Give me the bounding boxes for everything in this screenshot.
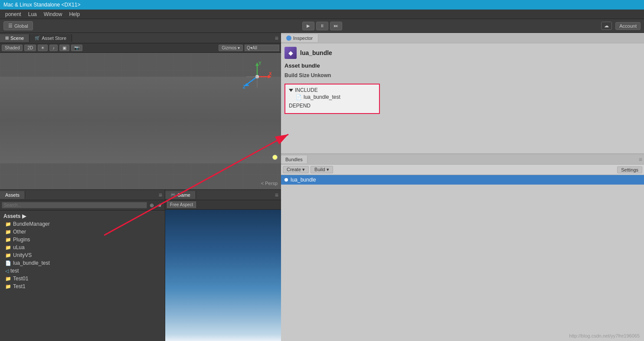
right-panel: Inspector ◆ lua_bundle Asset bundle Buil… [281, 33, 644, 341]
folder-icon: 📁 [5, 221, 11, 227]
assets-tab-bar: Assets ≡ [0, 190, 165, 200]
2d-button[interactable]: 2D [24, 45, 36, 51]
inspector-content: ◆ lua_bundle Asset bundle Build Size Unk… [281, 43, 644, 117]
menu-lua[interactable]: Lua [25, 10, 40, 18]
tab-assets[interactable]: Assets [0, 191, 25, 199]
scene-panel-menu[interactable]: ≡ [272, 35, 281, 42]
build-button[interactable]: Build ▾ [311, 166, 333, 173]
menu-window[interactable]: Window [40, 10, 66, 18]
assets-toolbar: ⊕ ★ [0, 200, 165, 211]
aspect-button[interactable]: Free Aspect [167, 201, 196, 208]
asset-item-plugins[interactable]: 📁 Plugins [2, 236, 163, 244]
scene-search-input[interactable] [245, 45, 279, 51]
scene-tab-icon: ⊞ [5, 36, 9, 40]
layers-icon: ☰ [8, 23, 13, 29]
play-button[interactable]: ▶ [302, 22, 314, 30]
gizmos-button[interactable]: Gizmos ▾ [219, 45, 243, 51]
assets-search-input[interactable] [2, 202, 147, 208]
folder-icon: 📁 [5, 284, 11, 289]
gameobj-icon: ◁ [5, 268, 9, 274]
game-tab-icon: 🎮 [170, 192, 176, 197]
svg-text:X: X [269, 71, 272, 76]
file-icon: 📄 [5, 260, 11, 266]
inspector-tab-icon [286, 36, 291, 41]
folder-icon: 📁 [5, 229, 11, 235]
tab-inspector[interactable]: Inspector [281, 34, 318, 42]
shaded-button[interactable]: Shaded [2, 45, 23, 51]
asset-item-test[interactable]: ◁ test [2, 267, 163, 275]
asset-item-test1[interactable]: 📁 Test1 [2, 283, 163, 290]
tab-game[interactable]: 🎮 Game [165, 191, 196, 199]
tab-bundles[interactable]: Bundles [281, 156, 307, 163]
main-layout: ⊞ Scene 🛒 Asset Store ≡ Shaded 2D ☀ ♪ ▣ … [0, 33, 644, 341]
toolbar-right: ☁ Account [601, 22, 641, 30]
assets-content: Assets ▶ 📁 BundleManager 📁 Other 📁 Plugi… [0, 211, 165, 341]
step-button[interactable]: ⏭ [330, 22, 342, 30]
account-button[interactable]: Account [615, 22, 641, 30]
inspector-include-box: INCLUDE 📄 lua_bundle_test DEPEND [284, 84, 380, 114]
inspector-header: ◆ lua_bundle [284, 47, 641, 59]
game-toolbar: Free Aspect [165, 200, 281, 210]
persp-label: < Persp [261, 181, 278, 186]
audio-button[interactable]: ♪ [49, 45, 58, 51]
bundles-panel-menu[interactable]: ≡ [639, 156, 642, 163]
game-panel-menu[interactable]: ≡ [272, 192, 281, 198]
fx-button[interactable]: ▣ [59, 45, 69, 51]
settings-button[interactable]: Settings [617, 166, 642, 173]
asset-item-bundlemanager[interactable]: 📁 BundleManager [2, 220, 163, 228]
inspector-section-title: Asset bundle [284, 62, 641, 69]
title-bar: Mac & Linux Standalone <DX11> [0, 0, 644, 10]
tab-asset-store[interactable]: 🛒 Asset Store [29, 34, 72, 42]
asset-item-ulua[interactable]: 📁 uLua [2, 244, 163, 251]
asset-item-unityvs[interactable]: 📁 UnityVS [2, 251, 163, 259]
toolbar-center: ▶ ⏸ ⏭ [302, 22, 342, 30]
asset-item-test01[interactable]: 📁 Test01 [2, 275, 163, 283]
game-tab-bar: 🎮 Game ≡ [165, 190, 281, 200]
folder-icon: 📁 [5, 253, 11, 258]
scene-toolbar: Shaded 2D ☀ ♪ ▣ 📷 Gizmos ▾ [0, 43, 281, 53]
bundle-dot [284, 178, 288, 182]
camera-button[interactable]: 📷 [71, 45, 82, 51]
bundles-toolbar: Create ▾ Build ▾ Settings [281, 165, 644, 175]
include-item-1: 📄 lua_bundle_test [289, 93, 376, 101]
bundle-item-lua-bundle[interactable]: lua_bundle [281, 175, 644, 185]
inspector-build-size: Build Size Unkown [284, 72, 641, 78]
pause-button[interactable]: ⏸ [316, 22, 328, 30]
asset-item-other[interactable]: 📁 Other [2, 228, 163, 236]
assets-panel: Assets ≡ ⊕ ★ Assets ▶ 📁 BundleManager [0, 189, 165, 341]
bundles-panel: Bundles ≡ Create ▾ Build ▾ Settings lua_… [281, 154, 644, 341]
asset-bundle-icon: ◆ [284, 47, 297, 59]
inspector-asset-name: lua_bundle [300, 49, 332, 56]
svg-text:Z: Z [243, 84, 245, 89]
create-button[interactable]: Create ▾ [283, 166, 309, 173]
assets-panel-menu[interactable]: ≡ [156, 192, 165, 198]
bottom-section: Assets ≡ ⊕ ★ Assets ▶ 📁 BundleManager [0, 189, 281, 341]
left-panel: ⊞ Scene 🛒 Asset Store ≡ Shaded 2D ☀ ♪ ▣ … [0, 33, 281, 341]
scene-tab-bar: ⊞ Scene 🛒 Asset Store ≡ [0, 33, 281, 43]
inspector-tab-bar: Inspector [281, 33, 644, 43]
menu-help[interactable]: Help [65, 10, 83, 18]
game-panel: 🎮 Game ≡ Free Aspect [165, 189, 281, 341]
folder-icon: 📁 [5, 276, 11, 282]
cloud-button[interactable]: ☁ [601, 22, 612, 30]
asset-item-lua-bundle-test[interactable]: 📄 lua_bundle_test [2, 259, 163, 267]
folder-icon: 📁 [5, 245, 11, 250]
triangle-icon [289, 89, 293, 92]
global-button[interactable]: ☰ Global [3, 21, 33, 30]
assets-action-2[interactable]: ★ [157, 202, 163, 208]
title-text: Mac & Linux Standalone <DX11> [3, 2, 80, 8]
include-file-icon: 📄 [296, 94, 302, 100]
gizmo-widget: Y X Z [242, 62, 272, 92]
light-button[interactable]: ☀ [38, 45, 48, 51]
tab-scene[interactable]: ⊞ Scene [0, 34, 29, 42]
menu-bar: ponent Lua Window Help [0, 10, 644, 19]
depend-label: DEPEND [289, 101, 376, 110]
assets-action-1[interactable]: ⊕ [149, 202, 155, 208]
inspector-panel: Inspector ◆ lua_bundle Asset bundle Buil… [281, 33, 644, 154]
menu-ponent[interactable]: ponent [2, 10, 25, 18]
watermark: http://blog.csdn.net/yy7fre196065 [569, 333, 640, 338]
bundles-list: lua_bundle [281, 175, 644, 341]
svg-text:Y: Y [258, 62, 262, 66]
bundles-tab-bar: Bundles ≡ [281, 154, 644, 165]
store-tab-icon: 🛒 [35, 36, 40, 40]
